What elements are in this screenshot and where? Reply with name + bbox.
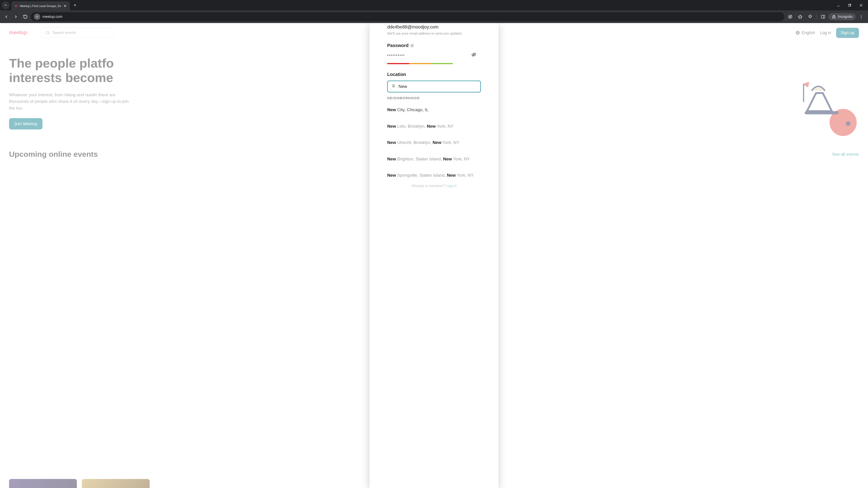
svg-line-11 (789, 15, 792, 18)
svg-point-17 (861, 18, 862, 18)
tabs-dropdown-button[interactable] (2, 1, 9, 9)
incognito-icon (832, 14, 836, 19)
svg-rect-1 (848, 4, 850, 6)
window-controls (833, 1, 866, 9)
url-text: meetup.com (42, 15, 62, 19)
blocked-cookies-icon[interactable] (786, 12, 795, 21)
login-link-modal[interactable]: Log in (446, 184, 456, 188)
side-panel-icon[interactable] (818, 12, 828, 21)
location-suggestion[interactable]: New Lots, Brooklyn, New York, NY (387, 118, 481, 135)
menu-button[interactable] (857, 12, 866, 21)
tab-title: Meetup | Find Local Groups, Ev (20, 4, 61, 8)
password-masked-value: •••••••••• (387, 53, 405, 57)
svg-point-15 (861, 15, 862, 16)
forward-button[interactable] (12, 13, 20, 21)
browser-chrome: Meetup | Find Local Groups, Ev ✕ + meetu… (0, 0, 868, 23)
page-content: meetup Search events English Log in Sign… (0, 23, 868, 488)
password-strength-meter (387, 63, 453, 64)
location-suggestion[interactable]: New Utrecht, Brooklyn, New York, NY (387, 134, 481, 151)
email-value: dde4be88@moodjoy.com (387, 24, 481, 30)
address-bar[interactable]: meetup.com (31, 12, 784, 21)
password-label: Password (387, 43, 481, 48)
svg-point-10 (790, 17, 791, 18)
location-input-wrapper[interactable] (387, 80, 481, 92)
suggestion-section-label: NEIGHBORHOOD (387, 96, 481, 100)
minimize-button[interactable] (833, 1, 844, 9)
svg-point-9 (789, 16, 790, 17)
svg-rect-13 (822, 15, 825, 18)
browser-tab[interactable]: Meetup | Find Local Groups, Ev ✕ (11, 1, 70, 10)
password-field[interactable]: •••••••••• (387, 52, 481, 58)
signup-modal: dde4be88@moodjoy.com We'll use your emai… (370, 23, 498, 488)
already-member-row: Already a member? Log in (387, 182, 481, 190)
location-suggestion[interactable]: New Springville, Staten Island, New York… (387, 167, 481, 184)
location-pin-icon (391, 84, 396, 89)
modal-scroll-area[interactable]: dde4be88@moodjoy.com We'll use your emai… (370, 23, 498, 488)
meetup-favicon-icon (14, 4, 18, 8)
back-button[interactable] (2, 13, 10, 21)
toggle-password-visibility-icon[interactable] (471, 52, 476, 58)
reload-button[interactable] (21, 13, 29, 21)
location-suggestion-list: New City, Chicago, ILNew Lots, Brooklyn,… (387, 100, 481, 184)
incognito-label: Incognito (838, 15, 852, 19)
location-input[interactable] (399, 84, 477, 89)
location-suggestion[interactable]: New Brighton, Staten Island, New York, N… (387, 151, 481, 167)
svg-marker-12 (798, 15, 802, 19)
bookmark-star-icon[interactable] (796, 12, 805, 21)
svg-point-16 (861, 17, 862, 17)
maximize-button[interactable] (844, 1, 855, 9)
site-info-icon[interactable] (34, 13, 40, 20)
extensions-icon[interactable] (806, 12, 815, 21)
email-hint: We'll use your email address to send you… (387, 31, 481, 35)
location-label: Location (387, 72, 481, 77)
svg-point-6 (37, 17, 38, 18)
location-suggestion[interactable]: New City, Chicago, IL (387, 100, 481, 118)
incognito-indicator[interactable]: Incognito (829, 13, 856, 20)
close-window-button[interactable] (856, 1, 866, 9)
browser-toolbar: meetup.com Incognito (0, 10, 868, 23)
tab-strip: Meetup | Find Local Groups, Ev ✕ + (0, 0, 868, 10)
tab-close-button[interactable]: ✕ (63, 4, 67, 8)
info-icon[interactable] (410, 44, 414, 47)
new-tab-button[interactable]: + (72, 2, 79, 8)
